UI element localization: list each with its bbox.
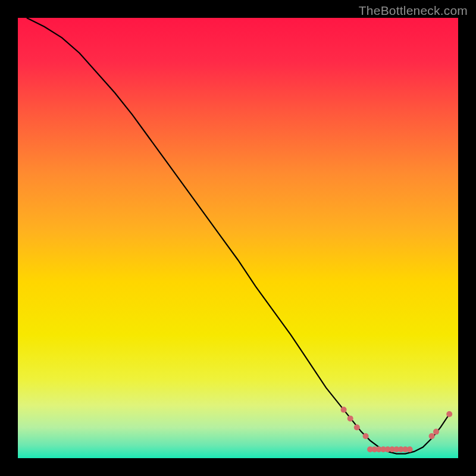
data-marker	[354, 424, 360, 430]
data-marker	[407, 446, 413, 452]
data-marker	[429, 433, 435, 439]
data-marker	[433, 429, 439, 435]
data-marker	[347, 415, 353, 421]
data-marker	[363, 433, 369, 439]
chart-container: TheBottleneck.com	[0, 0, 476, 476]
data-marker	[446, 411, 452, 417]
plot-background	[18, 18, 458, 458]
attribution-text: TheBottleneck.com	[359, 4, 468, 18]
bottleneck-chart	[0, 0, 476, 476]
data-marker	[341, 407, 347, 413]
